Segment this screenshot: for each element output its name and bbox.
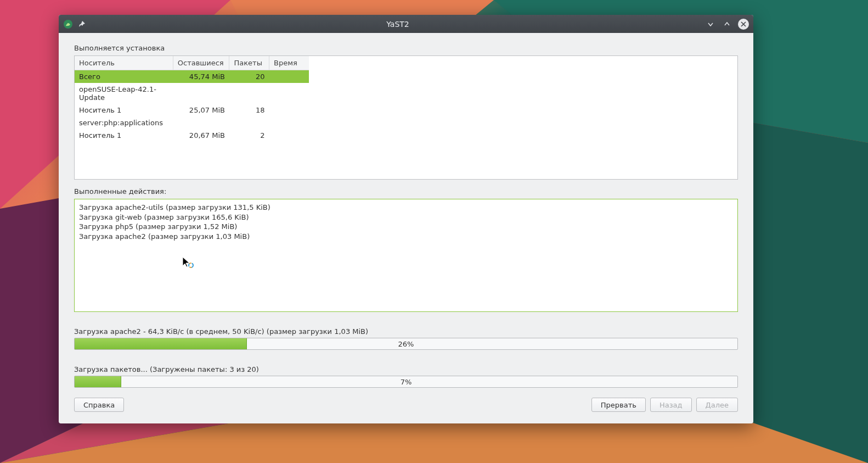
minimize-icon[interactable] (705, 19, 716, 30)
titlebar[interactable]: YaST2 (59, 15, 753, 33)
table-row[interactable]: server:php:applications (75, 116, 309, 129)
list-item: Загрузка php5 (размер загрузки 1,52 MiB) (79, 222, 733, 232)
installing-label: Выполняется установка (74, 44, 738, 52)
yast-app-icon (63, 19, 73, 29)
list-item: Загрузка apache2-utils (размер загрузки … (79, 203, 733, 213)
help-button[interactable]: Справка (74, 398, 124, 412)
progress2-label: Загрузка пакетов... (Загружены пакеты: 3… (74, 365, 738, 373)
abort-button[interactable]: Прервать (591, 398, 646, 412)
progress1-percent: 26% (75, 338, 737, 349)
table-row[interactable]: Всего45,74 MiB20 (75, 70, 309, 83)
media-table: Носитель Оставшиеся Пакеты Время Всего45… (74, 55, 738, 180)
progress1-label: Загрузка apache2 - 64,3 KiB/с (в среднем… (74, 327, 738, 336)
next-button[interactable]: Далее (696, 398, 738, 412)
table-row[interactable]: Носитель 125,07 MiB18 (75, 104, 309, 116)
table-row[interactable]: Носитель 120,67 MiB2 (75, 129, 309, 142)
progress2-percent: 7% (75, 376, 737, 387)
col-remaining[interactable]: Оставшиеся (173, 56, 229, 70)
col-media[interactable]: Носитель (75, 56, 173, 70)
list-item: Загрузка git-web (размер загрузки 165,6 … (79, 213, 733, 222)
table-row[interactable]: openSUSE-Leap-42.1-Update (75, 83, 309, 104)
window-title: YaST2 (91, 20, 705, 29)
progress1-bar: 26% (74, 338, 738, 350)
col-packages[interactable]: Пакеты (229, 56, 269, 70)
pin-icon[interactable] (77, 20, 86, 29)
actions-log[interactable]: Загрузка apache2-utils (размер загрузки … (74, 199, 738, 312)
col-time[interactable]: Время (269, 56, 309, 70)
maximize-icon[interactable] (722, 19, 732, 30)
media-header-row: Носитель Оставшиеся Пакеты Время (75, 56, 309, 70)
progress2-bar: 7% (74, 376, 738, 388)
back-button[interactable]: Назад (650, 398, 692, 412)
yast-window: YaST2 Выполняется установка Носитель Ост… (59, 15, 753, 423)
list-item: Загрузка apache2 (размер загрузки 1,03 M… (79, 232, 733, 242)
close-icon[interactable] (738, 19, 749, 30)
actions-label: Выполненные действия: (74, 187, 738, 196)
